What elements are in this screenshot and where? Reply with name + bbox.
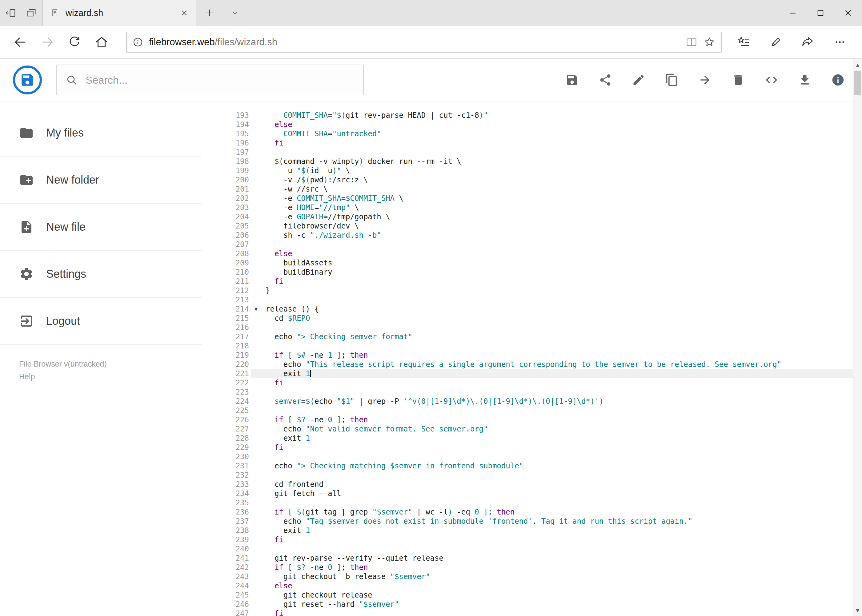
download-button[interactable] <box>798 73 812 87</box>
forward-icon[interactable] <box>34 28 61 56</box>
code-text[interactable] <box>261 388 862 397</box>
sidebar-item-new-file[interactable]: New file <box>0 204 202 251</box>
code-text[interactable]: -e GOPATH=//tmp/gopath \ <box>261 212 862 222</box>
code-text[interactable]: echo "> Checking matching $semver in fro… <box>261 461 862 470</box>
code-line[interactable]: 216 <box>202 323 862 332</box>
scrollbar-thumb[interactable] <box>854 71 861 95</box>
code-line[interactable]: 196 fi <box>202 138 862 148</box>
sidebar-item-settings[interactable]: Settings <box>0 251 202 298</box>
code-line[interactable]: 205 filebrowser/dev \ <box>202 222 862 231</box>
code-line[interactable]: 207 <box>202 240 862 249</box>
code-text[interactable]: -e COMMIT_SHA=$COMMIT_SHA \ <box>261 194 862 203</box>
code-line[interactable]: 243 git checkout -b release "$semver" <box>202 572 862 581</box>
code-text[interactable] <box>261 544 862 553</box>
code-line[interactable]: 199 -u "$(id -u)" \ <box>202 166 862 175</box>
close-button[interactable] <box>834 0 862 26</box>
code-line[interactable]: 234 git fetch --all <box>202 489 862 498</box>
edit-button[interactable] <box>632 73 645 87</box>
code-text[interactable]: echo "Tag $semver does not exist in subm… <box>261 517 862 526</box>
code-text[interactable]: } <box>261 286 862 295</box>
code-line[interactable]: 219 if [ $# -ne 1 ]; then <box>202 350 862 360</box>
code-line[interactable]: 222 fi <box>202 378 862 388</box>
favorites-hub-icon[interactable] <box>731 28 757 56</box>
code-text[interactable]: fi <box>261 378 862 388</box>
add-favorite-star-icon[interactable] <box>703 36 715 48</box>
code-line[interactable]: 197 <box>202 148 862 157</box>
page-info-icon[interactable] <box>132 36 143 48</box>
code-line[interactable]: 218 <box>202 341 862 350</box>
code-line[interactable]: 242 if [ $? -ne 0 ]; then <box>202 563 862 572</box>
code-text[interactable]: git rev-parse --verify --quiet release <box>261 553 862 563</box>
code-line[interactable]: 245 git checkout release <box>202 591 862 600</box>
code-line[interactable]: 230 <box>202 452 862 461</box>
code-text[interactable]: cd $REPO <box>261 314 862 323</box>
code-line[interactable]: 231 echo "> Checking matching $semver in… <box>202 461 862 470</box>
code-text[interactable] <box>261 240 862 249</box>
delete-button[interactable] <box>731 73 745 87</box>
code-text[interactable]: filebrowser/dev \ <box>261 222 862 231</box>
code-line[interactable]: 198 $(command -v winpty) docker run --rm… <box>202 157 862 166</box>
code-line[interactable]: 204 -e GOPATH=//tmp/gopath \ <box>202 212 862 222</box>
code-line[interactable]: 227 echo "Not valid semver format. See s… <box>202 424 862 434</box>
search-box[interactable] <box>56 64 364 95</box>
search-input[interactable] <box>85 74 354 86</box>
code-text[interactable]: fi <box>261 535 862 544</box>
code-text[interactable] <box>261 470 862 480</box>
tab-preview-chevron-icon[interactable] <box>223 0 247 26</box>
code-line[interactable]: 223 <box>202 388 862 397</box>
code-text[interactable]: COMMIT_SHA="untracked" <box>261 129 862 138</box>
maximize-button[interactable] <box>807 0 834 26</box>
code-line[interactable]: 244 else <box>202 581 862 591</box>
scroll-down-arrow-icon[interactable]: ▼ <box>853 605 862 616</box>
code-text[interactable]: else <box>261 120 862 129</box>
filebrowser-logo[interactable] <box>13 66 42 94</box>
browser-tab[interactable]: wizard.sh <box>43 0 196 26</box>
code-line[interactable]: 208 else <box>202 249 862 258</box>
code-text[interactable]: -w //src \ <box>261 184 862 194</box>
code-text[interactable]: fi <box>261 138 862 148</box>
code-text[interactable]: else <box>261 249 862 258</box>
code-text[interactable]: fi <box>261 443 862 452</box>
help-link[interactable]: Help <box>19 370 202 383</box>
more-options-icon[interactable] <box>827 28 853 56</box>
share-file-button[interactable] <box>599 73 612 87</box>
code-text[interactable]: git fetch --all <box>261 489 862 498</box>
code-text[interactable]: if [ $? -ne 0 ]; then <box>261 563 862 572</box>
code-line[interactable]: 247 fi <box>202 609 862 616</box>
code-text[interactable]: cd frontend <box>261 480 862 489</box>
code-line[interactable]: 193 COMMIT_SHA="$(git rev-parse HEAD | c… <box>202 111 862 120</box>
code-line[interactable]: 226 if [ $? -ne 0 ]; then <box>202 415 862 424</box>
sidebar-item-logout[interactable]: Logout <box>0 298 202 345</box>
refresh-icon[interactable] <box>61 28 88 56</box>
code-text[interactable]: if [ $# -ne 1 ]; then <box>261 350 862 360</box>
code-text[interactable]: $(command -v winpty) docker run --rm -it… <box>261 157 862 166</box>
code-text[interactable] <box>261 323 862 332</box>
code-line[interactable]: 203 -e HOME="//tmp" \ <box>202 203 862 212</box>
code-text[interactable]: else <box>261 581 862 591</box>
share-icon[interactable] <box>795 28 821 56</box>
code-line[interactable]: 213 <box>202 295 862 305</box>
fold-arrow-icon[interactable]: ▾ <box>251 305 261 314</box>
code-text[interactable]: fi <box>261 609 862 616</box>
code-text[interactable]: COMMIT_SHA="$(git rev-parse HEAD | cut -… <box>261 111 862 120</box>
code-line[interactable]: 217 echo "> Checking semver format" <box>202 332 862 341</box>
move-button[interactable] <box>698 73 712 87</box>
code-text[interactable]: -e HOME="//tmp" \ <box>261 203 862 212</box>
new-tab-button[interactable] <box>196 0 223 26</box>
scroll-up-arrow-icon[interactable]: ▲ <box>853 59 862 71</box>
code-text[interactable]: fi <box>261 277 862 286</box>
sidebar-item-my-files[interactable]: My files <box>0 110 202 157</box>
raw-code-button[interactable] <box>765 73 778 87</box>
back-icon[interactable] <box>7 28 34 56</box>
code-text[interactable]: if [ $(git tag | grep "$semver" | wc -l)… <box>261 508 862 517</box>
code-line[interactable]: 239 fi <box>202 535 862 544</box>
code-text[interactable]: exit 1 <box>261 526 862 535</box>
code-text[interactable]: buildAssets <box>261 258 862 267</box>
copy-button[interactable] <box>665 73 679 87</box>
code-text[interactable]: exit 1 <box>261 369 862 378</box>
address-bar[interactable]: filebrowser.web/files/wizard.sh <box>126 32 722 53</box>
code-text[interactable]: -u "$(id -u)" \ <box>261 166 862 175</box>
code-line[interactable]: 228 exit 1 <box>202 434 862 443</box>
code-line[interactable]: 221 exit 1 <box>202 369 862 378</box>
code-line[interactable]: 195 COMMIT_SHA="untracked" <box>202 129 862 138</box>
